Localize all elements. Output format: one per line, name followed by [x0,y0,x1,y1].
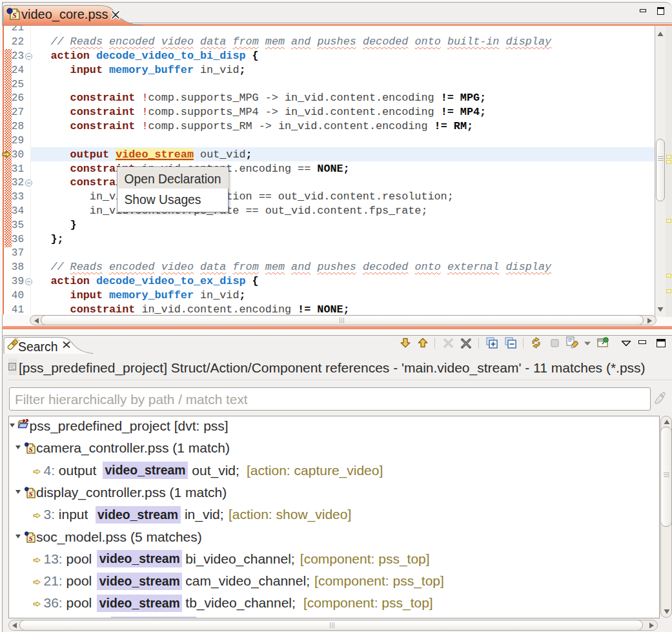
svg-text:S: S [28,489,32,497]
svg-text:S: S [12,11,17,20]
svg-text:S: S [28,445,32,453]
svg-text:S: S [28,534,32,542]
